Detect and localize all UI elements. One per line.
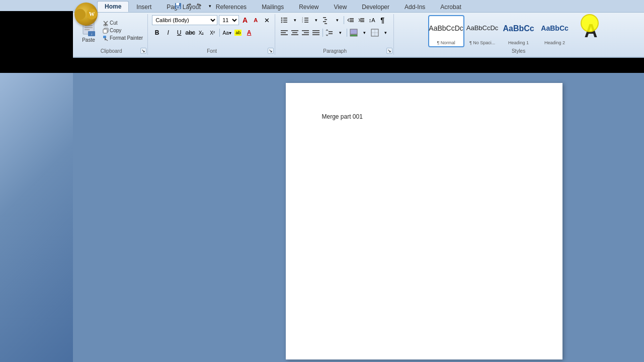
line-spacing-icon	[326, 29, 334, 37]
styles-label: Styles	[395, 48, 642, 54]
align-left-button[interactable]	[279, 28, 289, 38]
style-h2-preview: AaBbCc	[541, 17, 568, 40]
svg-rect-40	[360, 20, 364, 21]
svg-rect-5	[177, 7, 180, 8]
svg-rect-54	[329, 31, 333, 32]
borders-button[interactable]	[370, 28, 380, 38]
tab-references[interactable]: References	[208, 1, 254, 12]
tab-view[interactable]: View	[327, 1, 355, 12]
style-nospace-preview: AaBbCcDc	[466, 17, 499, 40]
sort-button[interactable]: ↕A	[367, 15, 377, 25]
align-center-button[interactable]	[290, 28, 300, 38]
tab-mailings[interactable]: Mailings	[254, 1, 291, 12]
svg-rect-52	[312, 32, 319, 33]
text-highlight-button[interactable]: ab	[233, 28, 243, 38]
align-right-button[interactable]	[300, 28, 310, 38]
cursor-indicator	[581, 14, 599, 32]
font-size-select[interactable]: 11	[219, 15, 239, 25]
tab-developer[interactable]: Developer	[354, 1, 397, 12]
svg-rect-25	[283, 22, 287, 23]
svg-rect-56	[350, 29, 357, 34]
clipboard-small-buttons: Cut Copy	[101, 20, 144, 42]
quick-save-button[interactable]	[174, 2, 183, 11]
clipboard-label: Clipboard	[75, 48, 147, 54]
line-spacing-button[interactable]	[325, 28, 335, 38]
style-normal[interactable]: AaBbCcDc ¶ Normal	[429, 16, 464, 47]
numbering-button[interactable]: ▾	[290, 15, 300, 25]
tab-insert[interactable]: Insert	[129, 1, 159, 12]
bullets-icon	[280, 16, 288, 24]
grow-font-button[interactable]: A	[240, 16, 250, 25]
tab-add-ins[interactable]: Add-Ins	[397, 1, 433, 12]
increase-indent-button[interactable]	[356, 15, 366, 25]
redo-icon	[196, 3, 203, 10]
tab-bar: Home Insert Page Layout References Maili…	[73, 0, 644, 13]
numbering-list-button[interactable]: 1. 2. 3.	[300, 15, 310, 25]
tab-acrobat[interactable]: Acrobat	[433, 1, 468, 12]
toolbar-area: ↓ Paste Cut	[73, 13, 644, 58]
svg-rect-33	[325, 19, 327, 20]
bullets-button[interactable]	[279, 15, 289, 25]
style-normal-preview: AaBbCcDc	[429, 17, 463, 40]
strikethrough-button[interactable]: abc	[185, 28, 195, 38]
font-name-select[interactable]: Calibri (Body)	[152, 15, 217, 25]
show-marks-button[interactable]: ¶	[377, 15, 387, 25]
quick-undo-button[interactable]	[184, 2, 193, 11]
shading-button[interactable]	[349, 28, 359, 38]
paragraph-expand[interactable]: ↘	[386, 48, 392, 54]
font-color-button[interactable]: A	[244, 28, 254, 38]
format-painter-icon	[103, 35, 109, 41]
left-sidebar	[0, 73, 73, 362]
font-expand[interactable]: ↘	[268, 48, 274, 54]
justify-icon	[312, 29, 320, 37]
tab-review[interactable]: Review	[291, 1, 326, 12]
numbering-dropdown[interactable]: ▾	[311, 15, 321, 25]
format-painter-button[interactable]: Format Painter	[101, 35, 144, 42]
quick-redo-button[interactable]	[195, 2, 204, 11]
svg-point-24	[281, 22, 283, 23]
borders-dropdown[interactable]: ▾	[380, 28, 390, 38]
clipboard-expand[interactable]: ↘	[140, 48, 146, 54]
shading-dropdown[interactable]: ▾	[359, 28, 369, 38]
svg-rect-57	[350, 35, 357, 36]
style-heading1[interactable]: AaBbCc Heading 1	[501, 16, 536, 47]
bold-button[interactable]: B	[152, 28, 162, 38]
subscript-button[interactable]: X₂	[196, 28, 206, 38]
shrink-font-button[interactable]: A	[251, 16, 260, 25]
svg-rect-9	[85, 27, 93, 28]
underline-button[interactable]: U	[174, 28, 184, 38]
superscript-button[interactable]: X²	[207, 28, 217, 38]
multilevel-dropdown[interactable]: ▾	[332, 15, 342, 25]
tab-home[interactable]: Home	[97, 1, 129, 12]
svg-rect-39	[360, 18, 364, 19]
cut-button[interactable]: Cut	[101, 20, 144, 27]
align-right-icon	[301, 29, 309, 37]
svg-text:3.: 3.	[302, 21, 303, 23]
style-h1-name: Heading 1	[508, 40, 529, 45]
line-spacing-dropdown[interactable]: ▾	[335, 28, 345, 38]
format-painter-label: Format Painter	[110, 35, 143, 41]
svg-rect-31	[304, 22, 308, 23]
decrease-indent-button[interactable]	[346, 15, 356, 25]
multilevel-list-button[interactable]	[321, 15, 332, 25]
document-area[interactable]: Merge part 001	[73, 73, 644, 362]
styles-section: AaBbCcDc ¶ Normal AaBbCcDc ¶ No Spaci...…	[395, 14, 642, 55]
copy-button[interactable]: Copy	[101, 27, 144, 34]
save-icon	[175, 3, 182, 10]
italic-button[interactable]: I	[163, 28, 173, 38]
align-center-icon	[291, 29, 299, 37]
document-content[interactable]: Merge part 001	[322, 113, 526, 120]
paragraph-label: Paragraph	[276, 48, 393, 54]
change-case-button[interactable]: Aa▾	[222, 28, 232, 38]
svg-rect-32	[323, 17, 326, 18]
svg-rect-37	[350, 20, 354, 21]
svg-text:W: W	[89, 11, 95, 17]
style-no-spacing[interactable]: AaBbCcDc ¶ No Spaci...	[465, 16, 500, 47]
office-button[interactable]: W	[74, 3, 98, 26]
svg-rect-16	[103, 29, 107, 33]
clear-formatting-button[interactable]: ✕	[262, 15, 272, 25]
justify-button[interactable]	[311, 28, 321, 38]
svg-rect-10	[85, 29, 90, 30]
style-heading2[interactable]: AaBbCc Heading 2	[537, 16, 573, 47]
quick-access-dropdown[interactable]: ▾	[205, 2, 214, 11]
